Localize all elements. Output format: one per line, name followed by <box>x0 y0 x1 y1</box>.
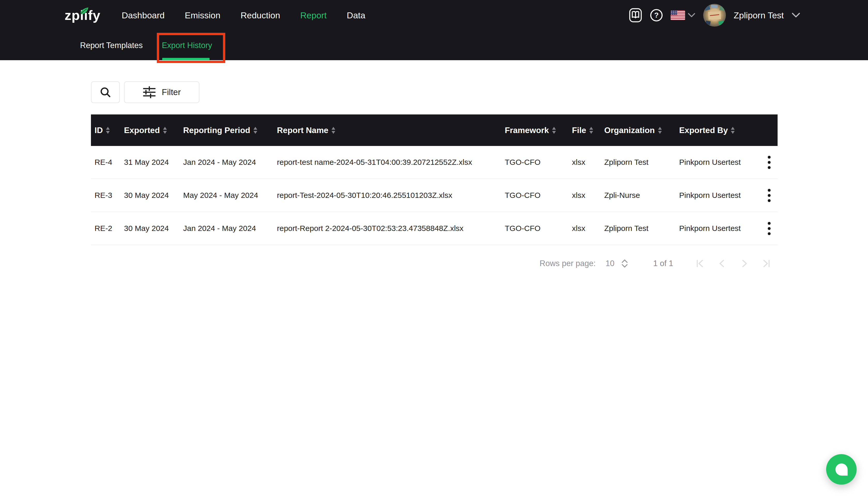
rows-per-page-label: Rows per page: <box>540 259 596 268</box>
rows-per-page-value: 10 <box>606 259 614 268</box>
sort-icon <box>552 127 556 134</box>
table-row: RE-3 30 May 2024 May 2024 - May 2024 rep… <box>91 179 778 212</box>
cell-framework: TGO-CFO <box>501 191 568 200</box>
column-header-file[interactable]: File <box>568 126 601 135</box>
cell-reporting-period: Jan 2024 - May 2024 <box>180 224 273 233</box>
help-icon[interactable]: ? <box>650 9 663 22</box>
active-tab-underline <box>162 58 210 60</box>
chevron-down-icon <box>688 13 695 18</box>
export-history-page: zplify Dashboard Emission Reduction Repo… <box>0 0 868 496</box>
sort-icon <box>331 127 335 134</box>
cell-exported-by: Pinkporn Usertest <box>676 224 757 233</box>
user-name[interactable]: Zpliporn Test <box>734 10 784 20</box>
cell-file: xlsx <box>568 158 601 167</box>
cell-report-name: report-Report 2-2024-05-30T02:53:23.4735… <box>273 224 501 233</box>
cell-actions <box>757 219 778 238</box>
cell-actions <box>757 186 778 205</box>
column-header-exported[interactable]: Exported <box>120 126 180 135</box>
cell-exported: 30 May 2024 <box>120 224 180 233</box>
chat-bubble-icon <box>835 463 848 476</box>
cell-exported: 31 May 2024 <box>120 158 180 167</box>
cell-exported-by: Pinkporn Usertest <box>676 191 757 200</box>
table-toolbar: Filter <box>91 81 778 103</box>
cell-file: xlsx <box>568 224 601 233</box>
chat-widget-button[interactable] <box>826 454 857 485</box>
nav-item-dashboard[interactable]: Dashboard <box>122 10 165 20</box>
cell-organization: Zpliporn Test <box>601 158 676 167</box>
column-header-reporting-period[interactable]: Reporting Period <box>180 126 273 135</box>
docs-book-icon[interactable] <box>629 8 642 22</box>
column-header-exported-by[interactable]: Exported By <box>676 126 757 135</box>
cell-id: RE-2 <box>91 224 120 233</box>
table-row: RE-4 31 May 2024 Jan 2024 - May 2024 rep… <box>91 146 778 179</box>
previous-page-button[interactable] <box>711 259 733 268</box>
filter-button-label: Filter <box>162 87 181 97</box>
table-pagination: Rows per page: 10 1 of 1 <box>91 259 778 268</box>
column-header-organization[interactable]: Organization <box>601 126 676 135</box>
row-menu-kebab-icon[interactable] <box>765 219 773 238</box>
last-page-button[interactable] <box>755 259 778 268</box>
language-selector[interactable] <box>671 10 695 20</box>
next-page-button[interactable] <box>733 259 755 268</box>
cell-report-name: report-test name-2024-05-31T04:00:39.207… <box>273 158 501 167</box>
sort-icon <box>589 127 593 134</box>
cell-report-name: report-Test-2024-05-30T10:20:46.25510120… <box>273 191 501 200</box>
cell-file: xlsx <box>568 191 601 200</box>
first-page-button[interactable] <box>689 259 711 268</box>
cell-actions <box>757 153 778 172</box>
sort-icon <box>106 127 110 134</box>
search-icon <box>99 86 111 98</box>
user-avatar[interactable] <box>703 4 726 27</box>
main-nav: Dashboard Emission Reduction Report Data <box>122 10 365 20</box>
nav-item-reduction[interactable]: Reduction <box>241 10 280 20</box>
table-row: RE-2 30 May 2024 Jan 2024 - May 2024 rep… <box>91 212 778 245</box>
export-history-table: ID Exported Reporting Period <box>91 114 778 268</box>
main-content: Filter ID Exported <box>0 81 868 268</box>
page-info: 1 of 1 <box>653 259 673 268</box>
nav-item-emission[interactable]: Emission <box>185 10 220 20</box>
nav-item-data[interactable]: Data <box>347 10 365 20</box>
column-header-id[interactable]: ID <box>91 126 120 135</box>
sort-icon <box>253 127 257 134</box>
user-menu-chevron-icon[interactable] <box>792 12 800 18</box>
filter-button[interactable]: Filter <box>124 81 199 103</box>
cell-reporting-period: Jan 2024 - May 2024 <box>180 158 273 167</box>
sort-icon <box>731 127 735 134</box>
report-tabs: Report Templates Export History <box>0 30 868 60</box>
column-header-framework[interactable]: Framework <box>501 126 568 135</box>
navbar-main-row: zplify Dashboard Emission Reduction Repo… <box>0 0 868 30</box>
sort-icon <box>163 127 167 134</box>
us-flag-icon <box>671 10 685 20</box>
top-navbar: zplify Dashboard Emission Reduction Repo… <box>0 0 868 60</box>
sort-icon <box>658 127 662 134</box>
cell-organization: Zpli-Nurse <box>601 191 676 200</box>
column-header-report-name[interactable]: Report Name <box>273 126 501 135</box>
svg-text:?: ? <box>654 11 658 19</box>
cell-framework: TGO-CFO <box>501 158 568 167</box>
cell-id: RE-4 <box>91 158 120 167</box>
tab-export-history[interactable]: Export History <box>162 30 212 60</box>
filter-sliders-icon <box>143 86 156 98</box>
table-header-row: ID Exported Reporting Period <box>91 114 778 146</box>
row-menu-kebab-icon[interactable] <box>765 153 773 172</box>
cell-framework: TGO-CFO <box>501 224 568 233</box>
cell-organization: Zpliporn Test <box>601 224 676 233</box>
rows-per-page-stepper[interactable] <box>621 259 628 268</box>
navbar-right-cluster: ? Zpliporn Test <box>629 4 800 27</box>
cell-exported: 30 May 2024 <box>120 191 180 200</box>
zplify-logo[interactable]: zplify <box>65 9 100 22</box>
pager-controls <box>689 259 778 268</box>
tab-report-templates[interactable]: Report Templates <box>80 30 143 60</box>
cell-reporting-period: May 2024 - May 2024 <box>180 191 273 200</box>
search-button[interactable] <box>91 81 120 103</box>
leaf-icon <box>80 3 89 17</box>
nav-item-report[interactable]: Report <box>300 10 327 20</box>
cell-exported-by: Pinkporn Usertest <box>676 158 757 167</box>
cell-id: RE-3 <box>91 191 120 200</box>
row-menu-kebab-icon[interactable] <box>765 186 773 205</box>
